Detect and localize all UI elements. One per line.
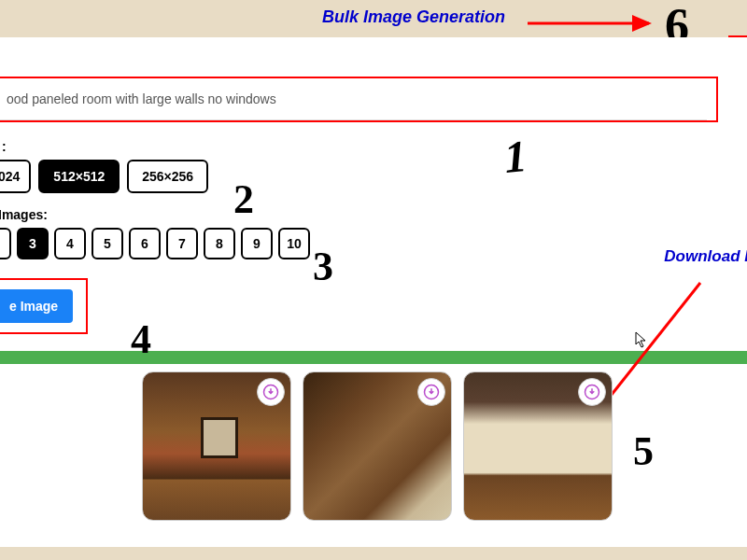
download-button[interactable] bbox=[417, 378, 445, 406]
footer-band bbox=[0, 547, 747, 560]
bulk-generation-heading: Bulk Image Generation bbox=[322, 7, 505, 27]
prompt-input[interactable] bbox=[0, 78, 707, 120]
num-option-5[interactable]: 5 bbox=[92, 228, 123, 259]
annotation-5: 5 bbox=[633, 427, 654, 475]
download-button[interactable] bbox=[257, 378, 285, 406]
num-option-3[interactable]: 3 bbox=[17, 228, 49, 259]
num-option-10[interactable]: 10 bbox=[278, 228, 310, 259]
prompt-annotation-box bbox=[0, 77, 718, 122]
size-label: : bbox=[2, 139, 747, 154]
annotation-2: 2 bbox=[233, 175, 254, 223]
annotation-1: 1 bbox=[502, 130, 529, 183]
cursor-icon bbox=[635, 331, 648, 351]
num-option-8[interactable]: 8 bbox=[204, 228, 235, 259]
num-option-9[interactable]: 9 bbox=[241, 228, 273, 259]
num-option-6[interactable]: 6 bbox=[129, 228, 161, 259]
download-icon bbox=[262, 384, 279, 400]
size-options: 024 512×512 256×256 bbox=[0, 160, 747, 193]
num-option-7[interactable]: 7 bbox=[166, 228, 198, 259]
num-images-label: Images: bbox=[0, 207, 747, 222]
download-button[interactable] bbox=[578, 378, 606, 406]
download-icon bbox=[423, 384, 440, 400]
size-option-512[interactable]: 512×512 bbox=[38, 160, 120, 193]
result-thumbnail[interactable] bbox=[463, 371, 613, 521]
download-icon bbox=[584, 384, 600, 400]
result-thumbnail[interactable] bbox=[142, 371, 291, 521]
num-option-4[interactable]: 4 bbox=[54, 228, 86, 259]
arrow-right-icon bbox=[528, 15, 668, 32]
size-option-1024[interactable]: 024 bbox=[0, 160, 31, 193]
generate-annotation-box: e Image bbox=[0, 278, 88, 334]
annotation-3: 3 bbox=[313, 243, 333, 290]
size-option-256[interactable]: 256×256 bbox=[127, 160, 208, 193]
annotation-4: 4 bbox=[131, 315, 151, 363]
generate-button[interactable]: e Image bbox=[0, 289, 73, 323]
num-images-options: 3 4 5 6 7 8 9 10 bbox=[0, 228, 747, 259]
download-heading: Download I bbox=[664, 247, 747, 266]
result-thumbnail[interactable] bbox=[303, 371, 452, 521]
num-option-partial[interactable] bbox=[0, 228, 11, 259]
